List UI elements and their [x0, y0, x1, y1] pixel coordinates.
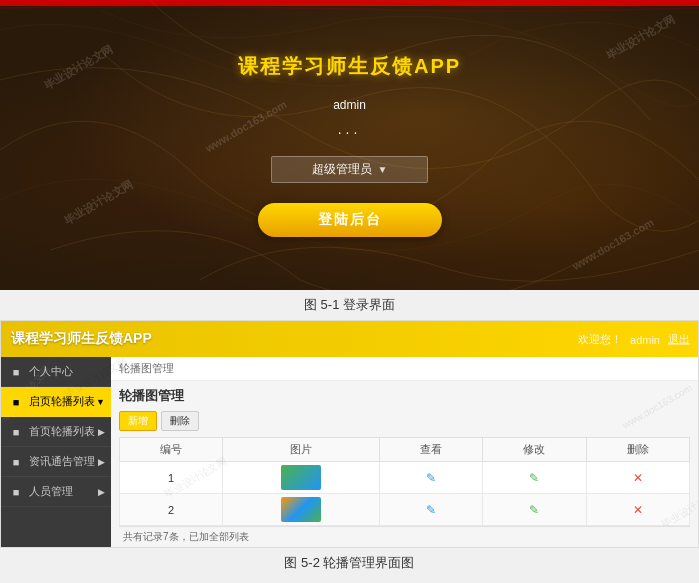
sidebar-item-homepage[interactable]: ■ 首页轮播列表 ▶ [1, 417, 111, 447]
row2-image [223, 494, 380, 526]
col-header-image: 图片 [223, 438, 380, 462]
admin-body: 毕业设计论文网 ■ 个人中心 ■ 启页轮播列表 ▼ ■ 首页轮播列表 ▶ ■ 资… [1, 357, 698, 547]
login-role-label: 超级管理员 [312, 161, 372, 178]
topbar-username: admin [630, 333, 660, 345]
news-icon: ■ [9, 455, 23, 469]
users-arrow: ▶ [98, 487, 105, 497]
edit-icon-1[interactable]: ✎ [529, 471, 539, 485]
toolbar-buttons: 新增 刪除 [119, 411, 690, 431]
delete-icon-1[interactable]: ✕ [633, 471, 643, 485]
login-screenshot: 毕业设计论文网 www.doc163.com 毕业设计论文网 毕业设计论文网 w… [0, 0, 699, 290]
homepage-icon: ■ [9, 425, 23, 439]
news-arrow: ▶ [98, 457, 105, 467]
admin-app-title: 课程学习师生反馈APP [11, 330, 152, 348]
col-header-edit: 修改 [483, 438, 586, 462]
users-icon: ■ [9, 485, 23, 499]
row2-id: 2 [120, 494, 223, 526]
row1-view: ✎ [379, 462, 482, 494]
view-icon-1[interactable]: ✎ [426, 471, 436, 485]
add-button[interactable]: 新增 [119, 411, 157, 431]
row1-image [223, 462, 380, 494]
row1-delete: ✕ [586, 462, 689, 494]
carousel-icon: ■ [9, 395, 23, 409]
carousel-table: 编号 图片 查看 修改 删除 1 ✎ ✎ ✕ [119, 437, 690, 526]
row1-edit: ✎ [483, 462, 586, 494]
sidebar-item-label: 个人中心 [29, 364, 73, 379]
figure1-caption: 图 5-1 登录界面 [0, 290, 699, 320]
thumbnail-2 [281, 497, 321, 522]
edit-icon-2[interactable]: ✎ [529, 503, 539, 517]
table-footer: 共有记录7条，已加全部列表 [119, 526, 690, 547]
delete-button[interactable]: 刪除 [161, 411, 199, 431]
login-password-display: ··· [338, 124, 362, 140]
admin-main-content: 轮播图管理 轮播图管理 新增 刪除 编号 图片 查看 修改 删除 [111, 357, 698, 547]
role-dropdown-arrow: ▼ [378, 164, 388, 175]
table-header-row: 编号 图片 查看 修改 删除 [120, 438, 690, 462]
row1-id: 1 [120, 462, 223, 494]
sidebar-item-personal[interactable]: ■ 个人中心 [1, 357, 111, 387]
breadcrumb: 轮播图管理 [111, 357, 698, 381]
sidebar-item-label: 首页轮播列表 [29, 424, 95, 439]
login-form-area: 课程学习师生反馈APP admin ··· 超级管理员 ▼ 登陆后台 [0, 0, 699, 290]
row2-view: ✎ [379, 494, 482, 526]
topbar-welcome: 欢迎您！ [578, 332, 622, 347]
login-app-title: 课程学习师生反馈APP [238, 53, 461, 80]
login-username-display: admin [333, 98, 366, 112]
sidebar-item-carousel[interactable]: ■ 启页轮播列表 ▼ [1, 387, 111, 417]
topbar-right: 欢迎您！ admin 退出 [578, 332, 690, 347]
table-row: 2 ✎ ✎ ✕ [120, 494, 690, 526]
content-panel: 轮播图管理 新增 刪除 编号 图片 查看 修改 删除 [111, 381, 698, 547]
col-header-view: 查看 [379, 438, 482, 462]
sidebar-item-news[interactable]: ■ 资讯通告管理 ▶ [1, 447, 111, 477]
topbar-logout[interactable]: 退出 [668, 332, 690, 347]
view-icon-2[interactable]: ✎ [426, 503, 436, 517]
admin-topbar: 课程学习师生反馈APP 欢迎您！ admin 退出 [1, 321, 698, 357]
personal-icon: ■ [9, 365, 23, 379]
login-role-select[interactable]: 超级管理员 ▼ [271, 156, 429, 183]
figure2-caption: 图 5-2 轮播管理界面图 [0, 548, 699, 576]
col-header-delete: 删除 [586, 438, 689, 462]
carousel-arrow: ▼ [96, 397, 105, 407]
col-header-id: 编号 [120, 438, 223, 462]
thumbnail-1 [281, 465, 321, 490]
table-row: 1 ✎ ✎ ✕ [120, 462, 690, 494]
sidebar-item-label: 资讯通告管理 [29, 454, 95, 469]
sidebar-item-users[interactable]: ■ 人员管理 ▶ [1, 477, 111, 507]
sidebar-item-label: 人员管理 [29, 484, 73, 499]
homepage-arrow: ▶ [98, 427, 105, 437]
admin-screenshot: 毕业设计论文网 www.doc163.com 毕业设计论文网 毕业设计论文网 课… [0, 320, 699, 548]
delete-icon-2[interactable]: ✕ [633, 503, 643, 517]
row2-edit: ✎ [483, 494, 586, 526]
panel-title: 轮播图管理 [119, 387, 690, 405]
sidebar-item-label: 启页轮播列表 [29, 394, 95, 409]
login-button[interactable]: 登陆后台 [258, 203, 442, 237]
admin-sidebar: 毕业设计论文网 ■ 个人中心 ■ 启页轮播列表 ▼ ■ 首页轮播列表 ▶ ■ 资… [1, 357, 111, 547]
row2-delete: ✕ [586, 494, 689, 526]
